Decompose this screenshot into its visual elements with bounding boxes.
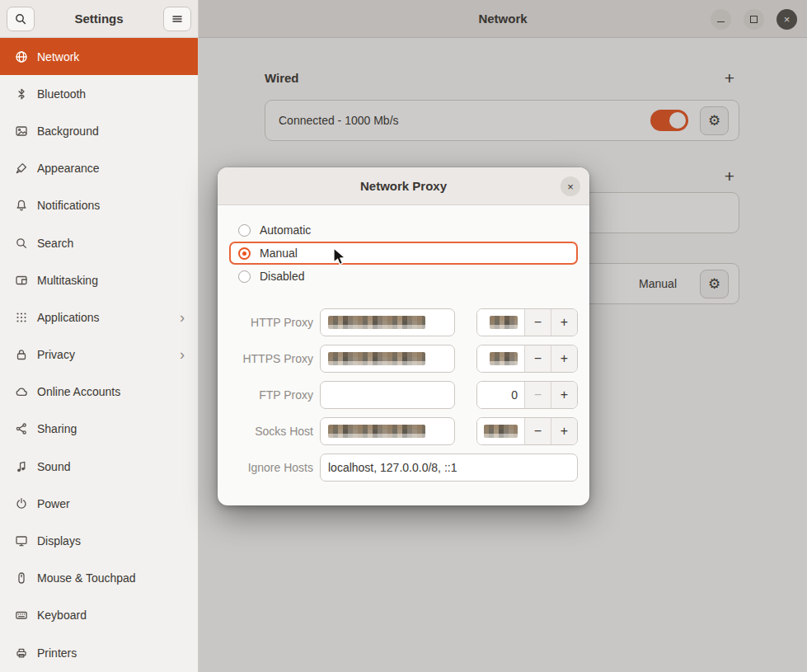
sidebar-item-background[interactable]: Background bbox=[0, 112, 198, 149]
ftp-proxy-port-spinner[interactable]: 0−+ bbox=[476, 381, 578, 409]
https-proxy-decrement-button[interactable]: − bbox=[524, 345, 551, 372]
lock-icon bbox=[15, 348, 28, 361]
sidebar-item-label: Network bbox=[37, 50, 188, 63]
proxy-form: HTTP Proxy−+HTTPS Proxy−+FTP Proxy0−+Soc… bbox=[229, 308, 578, 482]
sidebar-item-mouse-touchpad[interactable]: Mouse & Touchpad bbox=[0, 560, 198, 597]
radio-button-icon bbox=[238, 270, 251, 283]
sidebar-item-multitasking[interactable]: Multitasking bbox=[0, 261, 198, 298]
redacted-port bbox=[484, 425, 518, 438]
https-proxy-port-spinner[interactable]: −+ bbox=[476, 345, 578, 373]
sidebar-item-appearance[interactable]: Appearance bbox=[0, 150, 198, 187]
redacted-port bbox=[490, 352, 518, 365]
bluetooth-icon bbox=[15, 87, 28, 101]
hamburger-icon bbox=[171, 12, 184, 26]
radio-option-automatic[interactable]: Automatic bbox=[229, 219, 578, 242]
radio-button-icon bbox=[238, 224, 251, 237]
dialog-body: AutomaticManualDisabled HTTP Proxy−+HTTP… bbox=[218, 205, 589, 482]
app-grid-icon bbox=[15, 311, 28, 324]
socks-host-decrement-button[interactable]: − bbox=[524, 418, 551, 444]
http-proxy-port-spinner[interactable]: −+ bbox=[476, 308, 578, 336]
field-row-socks-host: Socks Host−+ bbox=[229, 417, 578, 445]
share-icon bbox=[15, 422, 28, 435]
field-row-ignore-hosts: Ignore Hostslocalhost, 127.0.0.0/8, ::1 bbox=[229, 453, 578, 482]
sidebar-item-power[interactable]: Power bbox=[0, 485, 198, 522]
ftp-proxy-decrement-button[interactable]: − bbox=[524, 382, 551, 408]
ftp-proxy-input[interactable] bbox=[320, 381, 455, 409]
sidebar-item-printers[interactable]: Printers bbox=[0, 634, 198, 671]
radio-label: Manual bbox=[260, 247, 298, 260]
sidebar-item-label: Keyboard bbox=[37, 609, 188, 622]
sidebar-item-network[interactable]: Network bbox=[0, 38, 198, 75]
ignore-hosts-value: localhost, 127.0.0.0/8, ::1 bbox=[328, 461, 457, 474]
radio-button-icon bbox=[238, 247, 251, 260]
redacted-value bbox=[328, 316, 425, 329]
sidebar-item-label: Printers bbox=[37, 646, 188, 660]
sidebar-item-notifications[interactable]: Notifications bbox=[0, 187, 198, 224]
dialog-close-button[interactable]: × bbox=[561, 176, 580, 196]
sidebar-item-keyboard[interactable]: Keyboard bbox=[0, 597, 198, 634]
menu-button[interactable] bbox=[163, 7, 191, 31]
ftp-proxy-port-value: 0 bbox=[511, 388, 518, 402]
paintbrush-icon bbox=[15, 162, 28, 175]
close-icon: × bbox=[567, 181, 574, 193]
ftp-proxy-port-field[interactable]: 0 bbox=[477, 382, 524, 408]
http-proxy-label: HTTP Proxy bbox=[229, 316, 313, 329]
socks-host-port-field[interactable] bbox=[477, 418, 524, 444]
http-proxy-decrement-button[interactable]: − bbox=[524, 309, 551, 336]
sidebar-item-bluetooth[interactable]: Bluetooth bbox=[0, 75, 198, 112]
radio-option-manual[interactable]: Manual bbox=[229, 242, 578, 265]
https-proxy-label: HTTPS Proxy bbox=[229, 352, 313, 365]
sidebar-item-label: Background bbox=[37, 125, 188, 138]
field-row-http-proxy: HTTP Proxy−+ bbox=[229, 308, 578, 336]
sidebar-item-label: Appearance bbox=[37, 162, 188, 175]
sidebar-item-online-accounts[interactable]: Online Accounts bbox=[0, 374, 198, 411]
sidebar-item-label: Privacy bbox=[37, 348, 171, 361]
sidebar-item-privacy[interactable]: Privacy› bbox=[0, 336, 198, 374]
sidebar-item-label: Online Accounts bbox=[37, 385, 188, 398]
redacted-value bbox=[328, 425, 425, 438]
monitor-icon bbox=[15, 534, 28, 547]
http-proxy-increment-button[interactable]: + bbox=[551, 309, 577, 336]
field-row-ftp-proxy: FTP Proxy0−+ bbox=[229, 381, 578, 409]
bell-icon bbox=[15, 199, 28, 212]
printer-icon bbox=[15, 646, 28, 660]
sidebar-header: Settings bbox=[0, 0, 198, 38]
radio-option-disabled[interactable]: Disabled bbox=[229, 265, 578, 288]
sidebar-nav: NetworkBluetoothBackgroundAppearanceNoti… bbox=[0, 38, 198, 672]
chevron-right-icon: › bbox=[180, 310, 188, 325]
sidebar-item-applications[interactable]: Applications› bbox=[0, 298, 198, 336]
power-icon bbox=[15, 497, 28, 510]
field-row-https-proxy: HTTPS Proxy−+ bbox=[229, 345, 578, 373]
sidebar-item-sound[interactable]: Sound bbox=[0, 448, 198, 485]
sidebar-item-displays[interactable]: Displays bbox=[0, 522, 198, 559]
dialog-header: Network Proxy × bbox=[218, 167, 589, 205]
sidebar-item-label: Displays bbox=[37, 534, 188, 547]
redacted-port bbox=[490, 316, 518, 329]
https-proxy-increment-button[interactable]: + bbox=[551, 345, 577, 372]
socks-host-port-spinner[interactable]: −+ bbox=[476, 417, 578, 445]
sidebar-item-label: Multitasking bbox=[37, 274, 188, 287]
ignore-hosts-input[interactable]: localhost, 127.0.0.0/8, ::1 bbox=[320, 453, 578, 482]
music-note-icon bbox=[15, 460, 28, 473]
search-icon bbox=[14, 12, 27, 26]
sidebar-item-search[interactable]: Search bbox=[0, 224, 198, 261]
keyboard-icon bbox=[15, 609, 28, 622]
ftp-proxy-increment-button[interactable]: + bbox=[551, 382, 577, 408]
http-proxy-port-field[interactable] bbox=[477, 309, 524, 336]
https-proxy-input[interactable] bbox=[320, 345, 455, 373]
network-proxy-dialog: Network Proxy × AutomaticManualDisabled … bbox=[218, 167, 589, 505]
windows-icon bbox=[15, 274, 28, 287]
https-proxy-port-field[interactable] bbox=[477, 345, 524, 372]
sidebar-item-label: Bluetooth bbox=[37, 87, 188, 101]
ignore-hosts-label: Ignore Hosts bbox=[229, 461, 313, 474]
cloud-icon bbox=[15, 385, 28, 398]
socks-host-increment-button[interactable]: + bbox=[551, 418, 577, 444]
http-proxy-input[interactable] bbox=[320, 308, 455, 336]
redacted-value bbox=[328, 352, 425, 365]
search-button[interactable] bbox=[7, 7, 35, 31]
socks-host-input[interactable] bbox=[320, 417, 455, 445]
main-pane: Network × Wired + Connected - 1000 Mb/s … bbox=[199, 0, 807, 672]
proxy-method-list: AutomaticManualDisabled bbox=[229, 219, 578, 288]
chevron-right-icon: › bbox=[180, 347, 188, 362]
sidebar-item-sharing[interactable]: Sharing bbox=[0, 411, 198, 448]
